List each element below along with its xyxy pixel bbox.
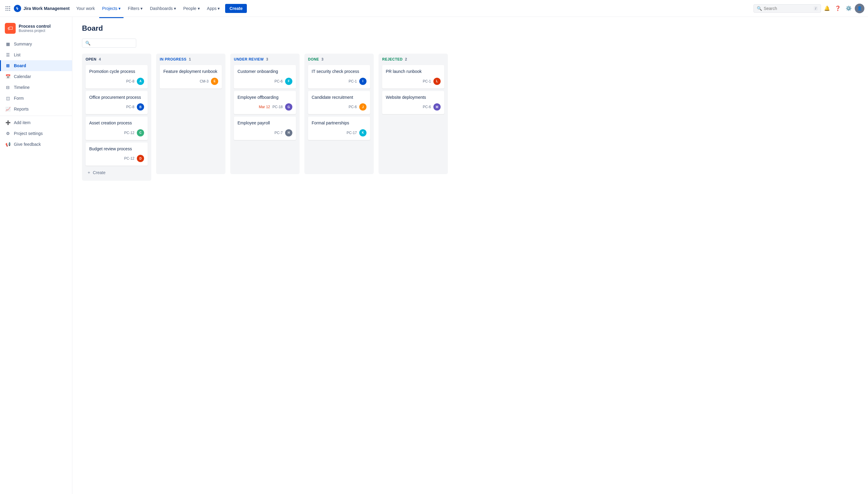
card-id: PC-12 [124,156,134,160]
page-title: Board [82,24,858,33]
nav-dashboards[interactable]: Dashboards ▾ [147,4,179,13]
card-avatar: K [359,129,367,136]
card-pc1-itsecurity[interactable]: IT security check process PC-1 I [308,65,370,89]
settings-button[interactable]: ⚙️ [844,4,853,13]
nav-projects[interactable]: Projects ▾ [99,4,124,13]
svg-point-6 [6,10,7,11]
search-icon: 🔍 [85,41,90,45]
card-footer: CM-3 E [163,78,218,85]
page-layout: 🏷 Process control Business project ▦ Sum… [0,17,868,494]
card-avatar: E [211,78,218,85]
card-id: PC-1 [423,79,431,83]
card-footer: PC-6 M [386,103,441,111]
card-avatar: B [137,103,144,111]
card-cm3-feature[interactable]: Feature deployment runbook CM-3 E [160,65,222,89]
card-title: IT security check process [312,69,367,75]
sidebar-item-project-settings[interactable]: ⚙ Project settings [0,128,72,139]
card-footer: PC-8 B [89,103,144,111]
chevron-down-icon: ▾ [174,6,176,11]
plus-icon: ＋ [87,170,91,175]
column-header-inprogress: IN PROGRESS 1 [160,57,222,61]
sidebar-item-reports[interactable]: 📈 Reports [0,103,72,114]
sidebar-item-summary[interactable]: ▦ Summary [0,39,72,50]
card-avatar: M [433,103,441,111]
card-pc1-prlaunch[interactable]: PR launch runbook PC-1 L [382,65,444,89]
column-header-review: UNDER REVIEW 3 [234,57,296,61]
nav-apps[interactable]: Apps ▾ [204,4,223,13]
sidebar-divider [0,116,72,116]
card-pc17-formal[interactable]: Formal partnerships PC-17 K [308,117,370,140]
nav-filters[interactable]: Filters ▾ [125,4,146,13]
logo[interactable]: Jira Work Management [13,4,70,13]
project-header: 🏷 Process control Business project [0,20,72,39]
card-pc8-office[interactable]: Office procurement process PC-8 B [86,91,148,114]
sidebar-item-add-item[interactable]: ➕ Add item [0,117,72,128]
card-avatar: F [285,78,292,85]
project-icon: 🏷 [5,23,16,34]
card-id: PC-1 [349,79,357,83]
card-footer: PC-12 C [89,129,144,136]
chevron-down-icon: ▾ [218,6,220,11]
card-title: Candidate recruitment [312,95,367,101]
board-columns: OPEN 4 Promotion cycle process PC-8 A Of… [82,54,858,181]
nav-people[interactable]: People ▾ [180,4,203,13]
sidebar-item-give-feedback[interactable]: 📢 Give feedback [0,139,72,150]
card-footer: PC-1 I [312,78,367,85]
svg-point-7 [7,10,8,11]
card-pc8-promotion[interactable]: Promotion cycle process PC-8 A [86,65,148,89]
card-pc12-budget[interactable]: Budget review process PC-12 D [86,142,148,166]
grid-menu[interactable] [4,4,12,13]
sidebar-item-list[interactable]: ☰ List [0,50,72,60]
column-inprogress: IN PROGRESS 1 Feature deployment runbook… [156,54,225,174]
column-header-rejected: REJECTED 2 [382,57,444,61]
card-pc6-candidate[interactable]: Candidate recruitment PC-6 J [308,91,370,114]
card-due-date: Mar 12 [259,105,270,109]
search-shortcut: / [814,6,818,11]
card-pc6-customer[interactable]: Customer onboarding PC-6 F [234,65,296,89]
sidebar-item-calendar[interactable]: 📅 Calendar [0,71,72,82]
card-footer: PC-6 F [238,78,292,85]
user-avatar[interactable]: 👤 [855,4,864,13]
sidebar-item-timeline[interactable]: ⊟ Timeline [0,82,72,93]
sidebar-item-form[interactable]: ◫ Form [0,93,72,103]
column-label-rejected: REJECTED [382,57,403,61]
card-avatar: D [137,155,144,162]
card-avatar: L [433,78,441,85]
sidebar-item-board[interactable]: ⊞ Board [0,60,72,71]
card-avatar: I [359,78,367,85]
card-id: CM-3 [200,79,208,83]
card-footer: PC-12 D [89,155,144,162]
card-pc12-asset[interactable]: Asset creation process PC-12 C [86,117,148,140]
create-button[interactable]: Create [225,4,247,13]
card-title: Promotion cycle process [89,69,144,75]
board-icon: ⊞ [5,63,11,69]
card-pc7-payroll[interactable]: Employee payroll PC-7 H [234,117,296,140]
card-id: PC-7 [275,131,283,135]
column-label-inprogress: IN PROGRESS [160,57,187,61]
grid-icon[interactable] [4,4,12,13]
create-card-button[interactable]: ＋ Create [86,168,148,177]
notifications-button[interactable]: 🔔 [822,4,832,13]
svg-point-5 [10,8,10,9]
feedback-icon: 📢 [5,141,11,147]
board-search-input[interactable] [92,41,131,45]
main-content: Board 🔍 OPEN 4 Promotion cycle process P… [72,17,868,494]
project-info: Process control Business project [19,24,51,33]
card-pc18-employee-off[interactable]: Employee offboarding Mar 12 PC-18 G [234,91,296,114]
card-footer: PC-6 J [312,103,367,111]
topnav-icons: 🔔 ❓ ⚙️ 👤 [822,4,864,13]
chevron-down-icon: ▾ [118,6,121,11]
column-count-review: 3 [266,57,268,61]
search-box[interactable]: 🔍 / [754,4,821,13]
card-title: Employee offboarding [238,95,292,101]
chevron-down-icon: ▾ [141,6,143,11]
topnav: Jira Work Management Your work Projects … [0,0,868,17]
nav-your-work[interactable]: Your work [73,4,98,13]
card-footer: PC-17 K [312,129,367,136]
search-input[interactable] [764,6,812,11]
card-pc6-website[interactable]: Website deployments PC-6 M [382,91,444,114]
column-count-open: 4 [99,57,101,61]
card-footer: PC-8 A [89,78,144,85]
help-button[interactable]: ❓ [833,4,843,13]
board-search-box[interactable]: 🔍 [82,39,136,48]
